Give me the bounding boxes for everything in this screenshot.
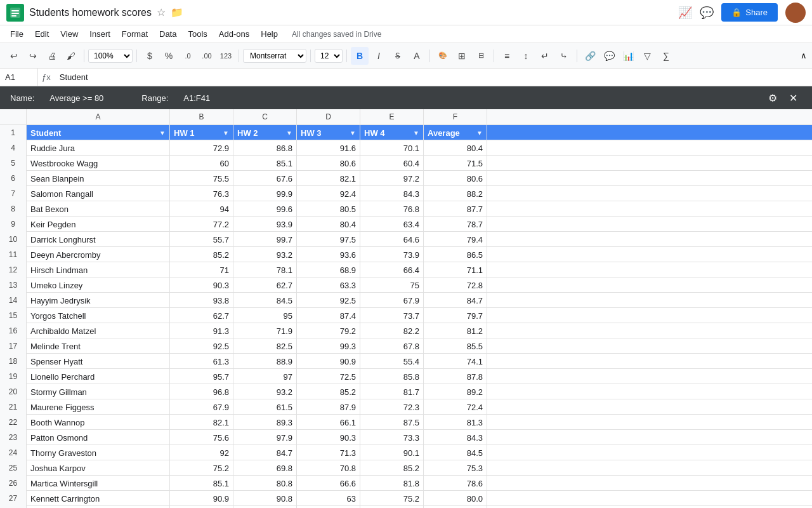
row-num-24[interactable]: 24 bbox=[0, 445, 27, 460]
header-student[interactable]: Student ▼ bbox=[27, 125, 170, 140]
cell-hw4-18[interactable]: 87.5 bbox=[360, 415, 424, 430]
cell-hw3-18[interactable]: 66.1 bbox=[297, 415, 360, 430]
cell-hw1-2[interactable]: 75.5 bbox=[170, 171, 233, 186]
cell-student-20[interactable]: Thorny Graveston bbox=[27, 445, 170, 460]
cell-hw3-15[interactable]: 72.5 bbox=[297, 369, 360, 384]
col-header-c[interactable]: C bbox=[233, 109, 297, 124]
cell-student-21[interactable]: Joshua Karpov bbox=[27, 460, 170, 476]
cell-hw3-3[interactable]: 92.4 bbox=[297, 186, 360, 201]
cell-avg-16[interactable]: 89.2 bbox=[424, 384, 487, 399]
cell-hw2-5[interactable]: 93.9 bbox=[233, 217, 297, 232]
cell-hw4-10[interactable]: 67.9 bbox=[360, 293, 424, 308]
cell-hw2-7[interactable]: 93.2 bbox=[233, 247, 297, 262]
cell-hw1-0[interactable]: 72.9 bbox=[170, 140, 233, 156]
paint-format-button[interactable]: 🖌 bbox=[62, 47, 80, 65]
cell-hw3-10[interactable]: 92.5 bbox=[297, 293, 360, 308]
cell-student-22[interactable]: Martica Wintersgill bbox=[27, 476, 170, 491]
cell-avg-4[interactable]: 87.7 bbox=[424, 201, 487, 217]
col-header-f[interactable]: F bbox=[424, 109, 487, 124]
cell-hw4-13[interactable]: 67.8 bbox=[360, 338, 424, 354]
cell-hw4-19[interactable]: 73.3 bbox=[360, 430, 424, 445]
cell-avg-12[interactable]: 81.2 bbox=[424, 323, 487, 338]
row-num-17[interactable]: 17 bbox=[0, 338, 27, 354]
cell-hw4-21[interactable]: 85.2 bbox=[360, 460, 424, 476]
activity-icon[interactable]: 📈 bbox=[678, 6, 692, 20]
cell-hw4-5[interactable]: 63.4 bbox=[360, 217, 424, 232]
cell-student-16[interactable]: Stormy Gillman bbox=[27, 384, 170, 399]
row-num-8[interactable]: 8 bbox=[0, 201, 27, 217]
cell-hw2-3[interactable]: 99.9 bbox=[233, 186, 297, 201]
cell-hw3-5[interactable]: 80.4 bbox=[297, 217, 360, 232]
cell-hw1-3[interactable]: 76.3 bbox=[170, 186, 233, 201]
cell-hw1-17[interactable]: 67.9 bbox=[170, 399, 233, 415]
cell-hw4-4[interactable]: 76.8 bbox=[360, 201, 424, 217]
header-hw4[interactable]: HW 4 ▼ bbox=[360, 125, 424, 140]
row-num-1[interactable]: 1 bbox=[0, 125, 27, 140]
cell-hw1-10[interactable]: 93.8 bbox=[170, 293, 233, 308]
cell-hw2-1[interactable]: 85.1 bbox=[233, 156, 297, 171]
cell-hw1-16[interactable]: 96.8 bbox=[170, 384, 233, 399]
cell-hw2-13[interactable]: 82.5 bbox=[233, 338, 297, 354]
cell-hw2-4[interactable]: 99.6 bbox=[233, 201, 297, 217]
cell-student-7[interactable]: Deeyn Abercromby bbox=[27, 247, 170, 262]
row-num-12[interactable]: 12 bbox=[0, 262, 27, 277]
hw2-filter-arrow[interactable]: ▼ bbox=[286, 130, 292, 137]
cell-student-9[interactable]: Umeko Linzey bbox=[27, 277, 170, 293]
menu-addons[interactable]: Add-ons bbox=[214, 27, 254, 41]
cell-student-13[interactable]: Melinde Trent bbox=[27, 338, 170, 354]
student-filter-arrow[interactable]: ▼ bbox=[159, 130, 166, 137]
cell-hw2-0[interactable]: 86.8 bbox=[233, 140, 297, 156]
hw3-filter-arrow[interactable]: ▼ bbox=[350, 130, 356, 137]
cell-avg-21[interactable]: 75.3 bbox=[424, 460, 487, 476]
cell-hw2-20[interactable]: 84.7 bbox=[233, 445, 297, 460]
cell-student-19[interactable]: Patton Osmond bbox=[27, 430, 170, 445]
cell-avg-7[interactable]: 86.5 bbox=[424, 247, 487, 262]
menu-help[interactable]: Help bbox=[256, 27, 283, 41]
cell-avg-22[interactable]: 78.6 bbox=[424, 476, 487, 491]
link-button[interactable]: 🔗 bbox=[581, 47, 599, 65]
cell-hw3-8[interactable]: 68.9 bbox=[297, 262, 360, 277]
text-wrap-button[interactable]: ↵ bbox=[536, 47, 554, 65]
cell-hw3-13[interactable]: 99.3 bbox=[297, 338, 360, 354]
cell-hw2-22[interactable]: 80.8 bbox=[233, 476, 297, 491]
hw4-filter-arrow[interactable]: ▼ bbox=[413, 130, 419, 137]
row-num-16[interactable]: 16 bbox=[0, 323, 27, 338]
cell-hw1-15[interactable]: 95.7 bbox=[170, 369, 233, 384]
cell-hw3-9[interactable]: 63.3 bbox=[297, 277, 360, 293]
row-num-22[interactable]: 22 bbox=[0, 415, 27, 430]
cell-student-6[interactable]: Darrick Longhurst bbox=[27, 232, 170, 247]
comment-icon[interactable]: 💬 bbox=[700, 6, 714, 20]
cell-hw2-10[interactable]: 84.5 bbox=[233, 293, 297, 308]
hw1-filter-arrow[interactable]: ▼ bbox=[223, 130, 229, 137]
strikethrough-button[interactable]: S̶ bbox=[389, 47, 407, 65]
format-type-button[interactable]: 123 bbox=[217, 47, 235, 65]
cell-avg-2[interactable]: 80.6 bbox=[424, 171, 487, 186]
cell-hw4-20[interactable]: 90.1 bbox=[360, 445, 424, 460]
cell-reference[interactable]: A1 bbox=[0, 69, 38, 86]
cell-hw4-11[interactable]: 73.7 bbox=[360, 308, 424, 323]
decimal-decrease-button[interactable]: .0 bbox=[179, 47, 197, 65]
cell-student-2[interactable]: Sean Blanpein bbox=[27, 171, 170, 186]
hide-toolbar-button[interactable]: ∧ bbox=[801, 51, 807, 60]
filter-button[interactable]: ▽ bbox=[638, 47, 656, 65]
cell-hw1-13[interactable]: 92.5 bbox=[170, 338, 233, 354]
cell-hw3-19[interactable]: 90.3 bbox=[297, 430, 360, 445]
cell-hw3-16[interactable]: 85.2 bbox=[297, 384, 360, 399]
undo-button[interactable]: ↩ bbox=[5, 47, 23, 65]
cell-avg-6[interactable]: 79.4 bbox=[424, 232, 487, 247]
merge-button[interactable]: ⊟ bbox=[472, 47, 490, 65]
cell-hw1-9[interactable]: 90.3 bbox=[170, 277, 233, 293]
cell-hw1-23[interactable]: 90.9 bbox=[170, 491, 233, 506]
cell-hw1-8[interactable]: 71 bbox=[170, 262, 233, 277]
italic-button[interactable]: I bbox=[370, 47, 388, 65]
percent-button[interactable]: % bbox=[160, 47, 178, 65]
cell-hw1-22[interactable]: 85.1 bbox=[170, 476, 233, 491]
function-button[interactable]: ∑ bbox=[657, 47, 675, 65]
menu-tools[interactable]: Tools bbox=[183, 27, 212, 41]
cell-hw4-1[interactable]: 60.4 bbox=[360, 156, 424, 171]
cell-hw2-17[interactable]: 61.5 bbox=[233, 399, 297, 415]
cell-hw1-1[interactable]: 60 bbox=[170, 156, 233, 171]
cell-hw3-2[interactable]: 82.1 bbox=[297, 171, 360, 186]
avatar[interactable] bbox=[785, 3, 806, 23]
cell-hw4-22[interactable]: 81.8 bbox=[360, 476, 424, 491]
